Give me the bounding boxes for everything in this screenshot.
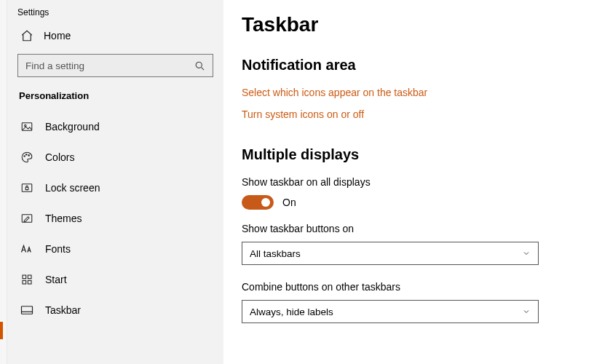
sidebar-item-fonts[interactable]: Fonts (7, 234, 223, 264)
sidebar-item-label: Fonts (45, 243, 71, 255)
image-icon (20, 120, 33, 133)
sidebar-item-label: Colors (45, 151, 74, 163)
chevron-down-icon (522, 307, 531, 316)
svg-rect-13 (28, 280, 31, 284)
sidebar: Settings Home Personalization (7, 0, 223, 364)
sidebar-item-start[interactable]: Start (7, 264, 223, 295)
svg-line-1 (201, 67, 204, 70)
section-heading-multiple-displays: Multiple displays (242, 146, 565, 163)
section-heading-notification-area: Notification area (242, 57, 565, 74)
svg-rect-10 (23, 275, 26, 279)
link-system-icons[interactable]: Turn system icons on or off (242, 108, 364, 120)
fonts-icon (20, 242, 33, 256)
window-title: Settings (7, 0, 223, 22)
select-combine-other-taskbars[interactable]: Always, hide labels (242, 300, 539, 323)
grid-icon (20, 273, 33, 286)
sidebar-item-label: Taskbar (45, 304, 81, 316)
main-content: Taskbar Notification area Select which i… (223, 0, 594, 364)
sidebar-item-label: Themes (45, 213, 82, 224)
sidebar-item-label: Lock screen (45, 182, 100, 194)
svg-rect-14 (22, 306, 33, 314)
search-icon (194, 60, 205, 71)
left-gutter (0, 0, 7, 364)
sidebar-item-background[interactable]: Background (7, 111, 223, 142)
sidebar-nav: Background Colors Lock screen (7, 111, 223, 325)
toggle-show-taskbar-all-displays[interactable] (242, 195, 274, 210)
sidebar-item-label: Start (45, 274, 67, 285)
sidebar-item-label: Background (45, 121, 100, 132)
sidebar-item-lock-screen[interactable]: Lock screen (7, 173, 223, 203)
sidebar-item-themes[interactable]: Themes (7, 203, 223, 234)
svg-point-3 (25, 124, 26, 126)
svg-rect-7 (22, 184, 32, 192)
svg-point-0 (196, 62, 202, 68)
svg-rect-12 (23, 280, 26, 284)
svg-rect-8 (25, 187, 28, 189)
select2-label: Combine buttons on other taskbars (242, 281, 565, 293)
home-icon (20, 29, 33, 42)
search-box[interactable] (17, 54, 213, 77)
chevron-down-icon (522, 249, 531, 258)
page-title: Taskbar (242, 13, 565, 36)
svg-point-4 (24, 156, 25, 157)
lock-icon (20, 181, 33, 194)
select1-label: Show taskbar buttons on (242, 223, 565, 234)
toggle-state-label: On (282, 197, 296, 208)
sidebar-item-colors[interactable]: Colors (7, 142, 223, 173)
select-value: Always, hide labels (250, 306, 333, 317)
svg-point-6 (28, 155, 30, 157)
sidebar-home-label: Home (44, 30, 71, 41)
svg-point-5 (26, 154, 28, 156)
select-value: All taskbars (250, 248, 301, 259)
select-show-taskbar-buttons-on[interactable]: All taskbars (242, 242, 539, 265)
toggle-field-label: Show taskbar on all displays (242, 176, 565, 188)
svg-rect-9 (22, 215, 32, 223)
toggle-knob (261, 198, 270, 207)
sidebar-section-heading: Personalization (7, 86, 223, 111)
palette-icon (20, 151, 33, 164)
pencil-icon (20, 212, 33, 225)
sidebar-item-taskbar[interactable]: Taskbar (7, 295, 223, 325)
svg-rect-11 (28, 275, 31, 279)
link-select-icons[interactable]: Select which icons appear on the taskbar (242, 87, 427, 98)
search-input[interactable] (25, 60, 186, 71)
sidebar-home[interactable]: Home (7, 22, 223, 48)
taskbar-icon (20, 304, 33, 317)
